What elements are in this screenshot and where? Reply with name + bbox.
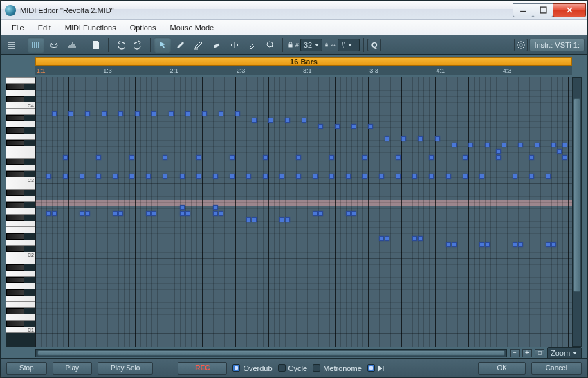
midi-note[interactable] [485,143,490,147]
midi-note[interactable] [351,124,356,129]
midi-note[interactable] [479,174,484,179]
loop-range-bar[interactable]: 16 Bars [35,57,572,66]
quantize-button[interactable]: Q [367,39,381,51]
vertical-scrollbar[interactable] [572,77,582,347]
pencil-tool[interactable] [172,37,189,53]
play-solo-button[interactable]: Play Solo [98,362,153,375]
midi-note[interactable] [557,149,562,154]
midi-note[interactable] [412,236,417,241]
midi-note[interactable] [335,124,340,129]
midi-note[interactable] [379,236,384,241]
midi-note[interactable] [385,236,389,241]
cancel-button[interactable]: Cancel [531,362,582,375]
midi-note[interactable] [279,217,284,222]
midi-note[interactable] [362,174,367,179]
midi-note[interactable] [313,211,318,216]
midi-note[interactable] [46,174,51,179]
midi-note[interactable] [118,111,123,116]
midi-note[interactable] [368,124,373,129]
skip-checkbox[interactable] [367,364,386,372]
minimize-button[interactable] [513,3,533,17]
midi-note[interactable] [562,155,567,160]
midi-note[interactable] [146,211,151,216]
midi-note[interactable] [235,111,240,116]
time-ruler[interactable]: 1:11:32:12:33:13:34:14:3 [35,66,572,75]
midi-note[interactable] [562,143,567,147]
midi-note[interactable] [146,174,151,179]
midi-note[interactable] [80,174,84,179]
midi-note[interactable] [429,155,434,160]
midi-note[interactable] [401,136,406,141]
menu-options[interactable]: Options [125,22,162,33]
midi-note[interactable] [452,143,457,147]
midi-note[interactable] [63,174,68,179]
midi-note[interactable] [118,211,123,216]
glue-tool[interactable] [244,37,261,53]
midi-note[interactable] [446,242,451,247]
midi-note[interactable] [546,174,551,179]
midi-note[interactable] [230,155,235,160]
midi-note[interactable] [529,155,534,160]
close-button[interactable] [553,3,586,17]
midi-note[interactable] [180,211,185,216]
draw-tool[interactable] [190,37,207,53]
midi-note[interactable] [113,211,118,216]
midi-note[interactable] [329,155,334,160]
midi-note[interactable] [246,217,251,222]
undo-button[interactable] [112,37,129,53]
midi-note[interactable] [63,155,68,160]
midi-note[interactable] [252,118,257,123]
midi-note[interactable] [296,174,301,179]
new-button[interactable] [88,37,104,53]
overdub-checkbox[interactable]: Overdub [232,364,272,372]
split-tool[interactable] [226,37,243,53]
midi-note[interactable] [518,242,523,247]
midi-note[interactable] [268,118,273,123]
midi-note[interactable] [213,174,218,179]
midi-note[interactable] [252,217,257,222]
redo-button[interactable] [130,37,147,53]
midi-note[interactable] [196,155,201,160]
midi-note[interactable] [263,155,268,160]
midi-note[interactable] [102,111,107,116]
midi-note[interactable] [452,242,457,247]
midi-note[interactable] [479,242,484,247]
midi-note[interactable] [80,211,84,216]
midi-note[interactable] [379,174,384,179]
length-lock-icon[interactable]: ↔ [324,37,336,53]
midi-note[interactable] [385,136,389,141]
midi-note[interactable] [513,242,517,247]
cycle-checkbox[interactable]: Cycle [278,364,308,372]
midi-note[interactable] [129,174,134,179]
eraser-tool[interactable] [208,37,225,53]
midi-note[interactable] [163,155,167,160]
midi-note[interactable] [285,217,290,222]
drum-editor-button[interactable] [46,37,62,53]
midi-note[interactable] [246,174,251,179]
midi-note[interactable] [68,111,73,116]
snap-lock-icon[interactable]: # [286,37,299,53]
midi-note[interactable] [219,211,223,216]
midi-note[interactable] [302,118,306,123]
midi-note[interactable] [496,155,501,160]
menu-edit[interactable]: Edit [33,22,57,33]
midi-note[interactable] [196,174,201,179]
midi-note[interactable] [518,143,523,147]
midi-note[interactable] [418,236,423,241]
midi-note[interactable] [418,136,423,141]
midi-note[interactable] [351,211,356,216]
metronome-checkbox[interactable]: Metronome [313,364,362,372]
midi-note[interactable] [446,174,451,179]
menu-midi-functions[interactable]: MIDI Functions [59,22,122,33]
midi-note[interactable] [151,211,156,216]
midi-note[interactable] [551,143,556,147]
zoom-fit-button[interactable]: ◻ [535,349,544,357]
midi-note[interactable] [318,211,323,216]
midi-note[interactable] [463,174,468,179]
midi-note[interactable] [546,242,551,247]
midi-note[interactable] [202,111,207,116]
midi-note[interactable] [52,111,57,116]
midi-note[interactable] [180,174,185,179]
velocity-view-button[interactable] [64,37,80,53]
midi-note[interactable] [329,174,334,179]
